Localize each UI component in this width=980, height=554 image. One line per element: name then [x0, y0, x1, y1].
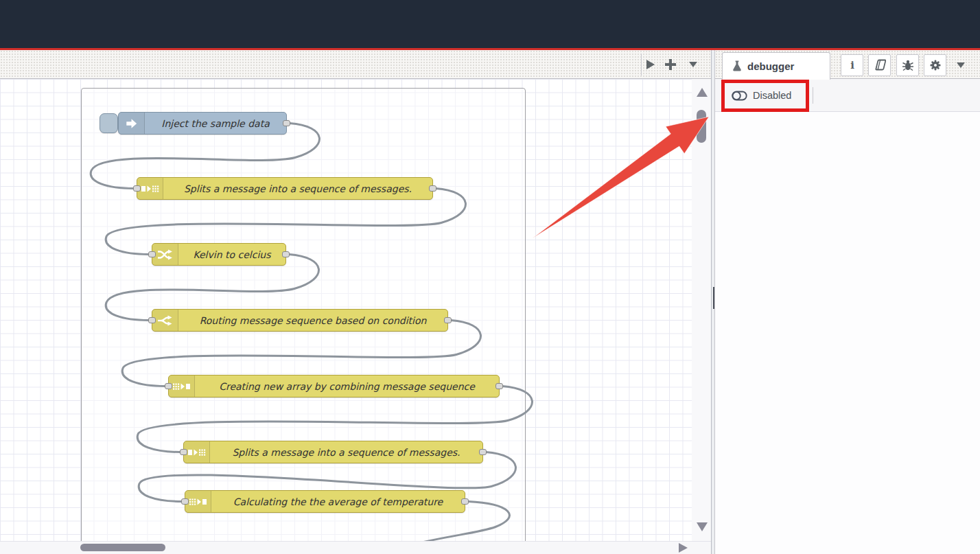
header-bar: [0, 0, 980, 48]
debugger-disabled-toggle[interactable]: Disabled: [727, 85, 795, 106]
flow-node-split-5[interactable]: Splits a message into a sequence of mess…: [183, 441, 483, 463]
output-port[interactable]: [282, 251, 290, 257]
sidebar-expand-button[interactable]: [957, 62, 965, 68]
flow-node-inject-0[interactable]: Inject the sample data: [118, 112, 287, 135]
gear-icon: [929, 59, 942, 71]
tab-debugger-label: debugger: [747, 60, 794, 72]
tab-debugger[interactable]: debugger: [722, 52, 830, 80]
split-icon: [184, 441, 210, 463]
node-label: Inject the sample data: [145, 113, 286, 134]
scroll-right-button[interactable]: [679, 543, 688, 553]
switch-icon: [152, 310, 178, 331]
node-label: Calculating the the average of temperatu…: [211, 491, 465, 512]
node-label: Routing message sequence based on condit…: [178, 310, 447, 331]
flow-node-change-2[interactable]: Kelvin to celcius: [152, 243, 286, 266]
join-icon: [185, 491, 211, 512]
output-port[interactable]: [495, 383, 503, 389]
horizontal-scrollbar[interactable]: [0, 541, 711, 554]
debugger-content: [715, 112, 980, 554]
inject-trigger-button[interactable]: [100, 113, 118, 133]
scroll-up-button[interactable]: [697, 88, 708, 97]
triangle-up-icon: [697, 88, 708, 97]
flow-node-split-1[interactable]: Splits a message into a sequence of mess…: [137, 177, 433, 200]
input-port[interactable]: [133, 185, 141, 192]
toggle-off-icon: [732, 91, 747, 101]
toolbar-divider: [813, 87, 813, 104]
flask-icon: [732, 60, 742, 72]
scroll-down-button[interactable]: [697, 522, 708, 531]
node-label: Creating new array by combining message …: [195, 376, 499, 397]
debug-button[interactable]: [896, 54, 919, 76]
docs-button[interactable]: [868, 54, 891, 76]
header-accent-line: [0, 48, 980, 50]
chevron-down-icon: [689, 62, 697, 67]
input-port[interactable]: [148, 317, 156, 323]
triangle-down-icon: [697, 522, 708, 531]
input-port[interactable]: [148, 251, 156, 257]
output-port[interactable]: [429, 185, 436, 192]
scroll-tabs-right-button[interactable]: [646, 60, 655, 69]
triangle-right-icon: [646, 60, 655, 69]
splitter-drag-handle[interactable]: [713, 287, 714, 309]
input-port[interactable]: [181, 498, 189, 505]
join-icon: [169, 376, 195, 397]
input-port[interactable]: [180, 449, 187, 455]
output-port[interactable]: [461, 498, 469, 505]
inject-arrow-icon: [119, 113, 145, 134]
disabled-label: Disabled: [753, 90, 791, 101]
output-port[interactable]: [283, 120, 290, 126]
sidebar-splitter[interactable]: [711, 50, 715, 554]
node-red-app: Deploy su Inject the sample dataSplits a…: [0, 0, 980, 554]
add-flow-button[interactable]: [664, 58, 677, 71]
info-icon: i: [846, 59, 859, 71]
change-icon: [152, 244, 178, 265]
node-label: Kelvin to celcius: [178, 244, 285, 265]
docs-book-icon: [873, 59, 886, 71]
vertical-scroll-track[interactable]: [692, 79, 711, 541]
input-port[interactable]: [165, 383, 172, 389]
node-label: Splits a message into a sequence of mess…: [163, 178, 432, 199]
settings-button[interactable]: [924, 54, 946, 76]
horizontal-scroll-thumb[interactable]: [80, 544, 165, 551]
split-icon: [137, 178, 163, 199]
flow-canvas[interactable]: Inject the sample dataSplits a message i…: [0, 79, 711, 541]
flow-node-switch-3[interactable]: Routing message sequence based on condit…: [152, 309, 448, 332]
flow-node-join-6[interactable]: Calculating the the average of temperatu…: [185, 490, 465, 513]
workspace-tab-bar: [0, 50, 711, 79]
chevron-down-icon: [957, 62, 965, 68]
tab-bar-separator: [641, 54, 642, 76]
info-button[interactable]: i: [841, 54, 863, 76]
flow-list-button[interactable]: [689, 62, 697, 67]
svg-text:i: i: [850, 59, 854, 71]
flow-node-join-4[interactable]: Creating new array by combining message …: [168, 375, 500, 397]
vertical-scroll-thumb[interactable]: [697, 110, 706, 143]
bug-icon: [902, 59, 914, 71]
output-port[interactable]: [479, 449, 487, 455]
node-label: Splits a message into a sequence of mess…: [210, 441, 482, 463]
output-port[interactable]: [444, 317, 452, 323]
